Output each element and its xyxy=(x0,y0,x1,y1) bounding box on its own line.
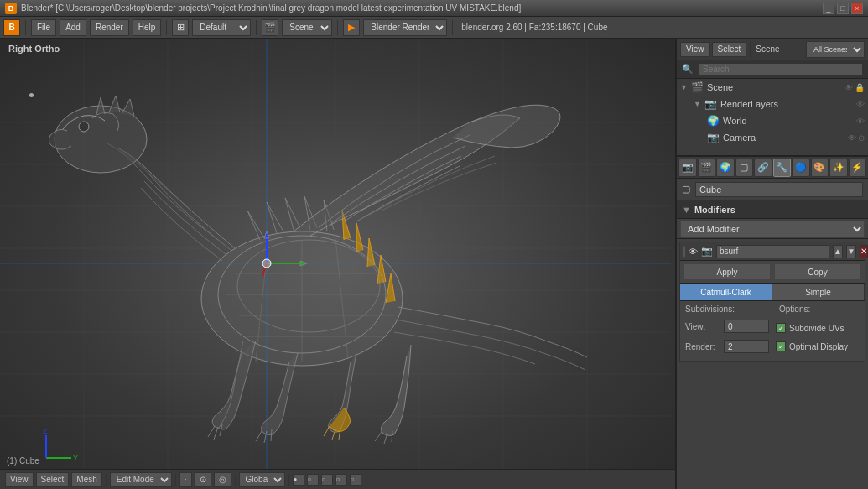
modifier-enable-toggle[interactable] xyxy=(683,246,685,258)
viewport-3d[interactable]: Right Ortho xyxy=(0,39,677,489)
object-prop-btn[interactable]: ▢ xyxy=(735,159,754,177)
add-modifier-select[interactable]: Add Modifier xyxy=(680,221,865,237)
view-menu-btn[interactable]: View xyxy=(5,472,34,487)
titlebar-icon: B xyxy=(5,3,17,14)
modifier-up-btn[interactable]: ▲ xyxy=(833,245,843,258)
world-icon: 🌍 xyxy=(707,115,720,127)
toolbar-sep-5 xyxy=(452,20,453,35)
toolbar-sep-2 xyxy=(166,20,167,35)
constraint-prop-btn[interactable]: 🔗 xyxy=(754,159,772,177)
outliner-item-world[interactable]: 🌍 World 👁 xyxy=(677,112,868,129)
outliner-world-label: World xyxy=(723,116,747,126)
minimize-button[interactable]: _ xyxy=(823,3,834,14)
toolbar-sep-3 xyxy=(256,20,257,35)
material-prop-btn[interactable]: 🔵 xyxy=(792,159,810,177)
outliner-item-scene[interactable]: ▼ 🎬 Scene 👁 🔒 xyxy=(677,79,868,96)
right-sep xyxy=(750,42,751,57)
modifier-prop-btn[interactable]: 🔧 xyxy=(773,159,792,177)
add-menu[interactable]: Add xyxy=(60,19,86,36)
viewport-bottom-bar: View Select Mesh Edit Mode · ⊙ ◎ Global xyxy=(0,469,675,489)
modifier-name-input[interactable] xyxy=(716,245,829,258)
render-menu[interactable]: Render xyxy=(90,19,129,36)
file-menu[interactable]: File xyxy=(31,19,56,36)
middle-section: Right Ortho xyxy=(0,39,868,489)
right-view-btn[interactable]: View xyxy=(680,42,710,57)
layout-select[interactable]: Default xyxy=(192,19,251,36)
outliner-header: 🔍 xyxy=(677,60,868,79)
modifiers-panel-header[interactable]: ▼ Modifiers xyxy=(677,200,868,219)
engine-select[interactable]: Blender Render xyxy=(363,19,447,36)
layer-btn-2[interactable]: ○ xyxy=(307,474,319,486)
cube-type-icon: ▢ xyxy=(682,184,690,195)
modifier-action-btns: Apply Copy xyxy=(680,261,865,284)
subdivide-uvs-row: ✓ Subdivide UVs xyxy=(776,320,860,336)
top-toolbar: B File Add Render Help ⊞ Default 🎬 Scene… xyxy=(0,17,868,39)
mode-select[interactable]: Edit Mode xyxy=(110,472,172,487)
physics-prop-btn[interactable]: ⚡ xyxy=(849,159,867,177)
svg-point-17 xyxy=(201,231,403,366)
world-prop-btn[interactable]: 🌍 xyxy=(716,159,735,177)
layer-btn-3[interactable]: ○ xyxy=(321,474,333,486)
scene-select[interactable]: Scene xyxy=(282,19,332,36)
maximize-button[interactable]: □ xyxy=(837,3,849,14)
modifier-realtime-icon[interactable]: 👁 xyxy=(689,247,698,257)
outliner-search-input[interactable] xyxy=(699,63,863,76)
eye-icon[interactable]: 👁 xyxy=(845,83,853,92)
layer-btn-1[interactable]: ● xyxy=(293,474,304,486)
global-select[interactable]: Global xyxy=(239,472,285,487)
object-name-input[interactable] xyxy=(695,182,863,197)
camera-row-icons: 👁 ⊙ xyxy=(848,133,865,143)
outliner-item-camera[interactable]: 📷 Camera 👁 ⊙ xyxy=(677,129,868,146)
render-prop-btn[interactable]: 📷 xyxy=(678,159,697,177)
simple-tab[interactable]: Simple xyxy=(772,284,865,300)
scene-prop-btn[interactable]: 🎬 xyxy=(698,159,716,177)
world-eye-icon[interactable]: 👁 xyxy=(856,117,865,126)
layer-btn-4[interactable]: ○ xyxy=(335,474,347,486)
lock-icon[interactable]: 🔒 xyxy=(855,83,865,92)
layout-icon[interactable]: ⊞ xyxy=(172,19,189,36)
particles-prop-btn[interactable]: ✨ xyxy=(829,159,848,177)
tree-arrow-renderlayers: ▼ xyxy=(694,100,701,108)
modifier-delete-btn[interactable]: ✕ xyxy=(860,245,868,258)
renderlayers-icon: 📷 xyxy=(704,98,717,110)
renderlayers-row-icons: 👁 xyxy=(856,100,865,109)
scene-type-icon: 🎬 xyxy=(691,81,704,93)
copy-button[interactable]: Copy xyxy=(774,263,861,280)
optimal-display-label: Optimal Display xyxy=(789,342,848,351)
help-menu[interactable]: Help xyxy=(133,19,162,36)
mesh-menu-btn[interactable]: Mesh xyxy=(71,472,101,487)
render-value[interactable]: 2 xyxy=(724,340,769,353)
viewport-dot xyxy=(29,93,34,97)
texture-prop-btn[interactable]: 🎨 xyxy=(811,159,829,177)
apply-button[interactable]: Apply xyxy=(683,263,771,280)
titlebar-controls[interactable]: _ □ × xyxy=(823,3,863,14)
catmull-clark-tab[interactable]: Catmull-Clark xyxy=(680,284,772,300)
options-label: Options: xyxy=(779,304,860,314)
add-modifier-row: Add Modifier xyxy=(677,219,868,239)
blender-menu-icon[interactable]: B xyxy=(3,19,20,36)
svg-point-20 xyxy=(218,236,386,353)
camera-restrict-icon[interactable]: ⊙ xyxy=(858,133,865,143)
pivot-btn[interactable]: · xyxy=(179,472,192,487)
svg-line-28 xyxy=(335,238,348,359)
view-setting-row: View: 0 xyxy=(685,317,769,336)
modifier-render-icon[interactable]: 📷 xyxy=(701,246,713,257)
select-menu-btn[interactable]: Select xyxy=(36,472,70,487)
camera-icon: 📷 xyxy=(707,132,720,143)
close-button[interactable]: × xyxy=(851,3,863,14)
layer-btn-5[interactable]: ○ xyxy=(350,474,361,486)
camera-eye-icon[interactable]: 👁 xyxy=(848,133,856,143)
view-value[interactable]: 0 xyxy=(724,320,769,333)
all-scenes-select[interactable]: All Scenes xyxy=(806,41,865,58)
snap-btn[interactable]: ⊙ xyxy=(195,472,211,487)
modifier-down-btn[interactable]: ▼ xyxy=(846,245,856,258)
right-select-btn[interactable]: Select xyxy=(712,42,747,57)
dragon-scene[interactable]: Y Z View Select Mesh Edit Mode · xyxy=(0,39,675,489)
proportional-btn[interactable]: ◎ xyxy=(214,472,231,487)
optimal-display-checkbox[interactable]: ✓ xyxy=(776,341,786,351)
outliner-item-renderlayers[interactable]: ▼ 📷 RenderLayers 👁 xyxy=(677,96,868,112)
renderlayers-eye-icon[interactable]: 👁 xyxy=(856,100,865,109)
svg-point-21 xyxy=(237,240,380,332)
subdivide-uvs-checkbox[interactable]: ✓ xyxy=(776,323,786,333)
subdivision-type-tabs: Catmull-Clark Simple xyxy=(680,284,865,301)
